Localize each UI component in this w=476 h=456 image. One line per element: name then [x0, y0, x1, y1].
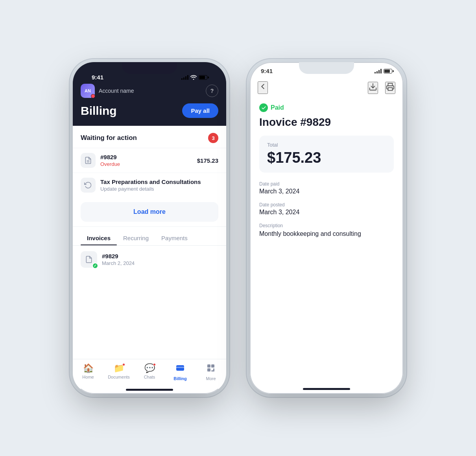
billing-content: Waiting for action 3 #9829 Overdue $175.…: [73, 126, 226, 359]
bottom-nav: 🏠 Home 📁 Documents 💬 Chats: [73, 359, 226, 389]
invoice-amount: $175.23: [197, 157, 218, 164]
pay-all-button[interactable]: Pay all: [182, 103, 218, 118]
nav-more-label: More: [206, 376, 216, 381]
svg-rect-8: [211, 370, 214, 371]
back-button[interactable]: [258, 81, 268, 94]
svg-rect-5: [211, 364, 214, 368]
header-actions: [368, 82, 395, 94]
download-button[interactable]: [368, 82, 378, 94]
status-time: 9:41: [92, 74, 103, 81]
description-value: Monthly bookkeeping and consulting: [259, 230, 394, 238]
signal-icon-2: [375, 69, 382, 74]
date-paid-value: March 3, 2024: [259, 188, 394, 195]
nav-documents[interactable]: 📁 Documents: [103, 363, 134, 381]
more-icon: [206, 363, 216, 375]
date-posted-label: Date posted: [259, 202, 394, 208]
date-paid-label: Date paid: [259, 181, 394, 187]
tab-invoices[interactable]: Invoices: [81, 230, 117, 245]
waiting-title: Waiting for action: [81, 134, 137, 142]
tax-info: Tax Preparations and Consultations Updat…: [100, 178, 218, 192]
billing-icon: [175, 363, 185, 375]
action-item-tax[interactable]: Tax Preparations and Consultations Updat…: [73, 173, 226, 197]
account-row: AN Account name ?: [81, 84, 218, 98]
home-icon: 🏠: [83, 363, 94, 373]
battery-icon-2: [384, 69, 392, 74]
description-row: Description Monthly bookkeeping and cons…: [259, 223, 394, 238]
signal-icon: [181, 75, 188, 80]
nav-billing-label: Billing: [173, 376, 187, 381]
documents-icon: 📁: [114, 363, 124, 373]
svg-rect-4: [207, 364, 210, 368]
status-icons-2: [375, 69, 392, 74]
nav-chats[interactable]: 💬 Chats: [134, 363, 165, 381]
invoice-number: Inovice #9829: [259, 116, 394, 129]
account-name: Account name: [99, 88, 134, 94]
avatar: AN: [81, 84, 95, 98]
svg-rect-3: [176, 367, 184, 368]
invoice-status: Overdue: [100, 161, 192, 167]
nav-chats-label: Chats: [144, 375, 155, 379]
billing-title-row: Billing Pay all: [81, 103, 218, 118]
paid-check-icon: ✓: [92, 263, 98, 269]
invoice-id: #9829: [100, 154, 192, 160]
tax-status: Update payment details: [100, 186, 218, 192]
document-icon: [81, 153, 96, 168]
phone-invoice-detail: 9:41: [250, 62, 403, 394]
tab-recurring[interactable]: Recurring: [117, 230, 155, 245]
chats-icon: 💬: [144, 363, 155, 373]
detail-nav-header: [250, 77, 403, 99]
date-posted-value: March 3, 2024: [259, 209, 394, 216]
help-button[interactable]: ?: [206, 85, 218, 97]
tax-title: Tax Preparations and Consultations: [100, 178, 218, 185]
divider: [73, 226, 226, 227]
date-posted-row: Date posted March 3, 2024: [259, 202, 394, 216]
action-item-invoice[interactable]: #9829 Overdue $175.23: [73, 148, 226, 173]
home-indicator-2: [303, 388, 350, 390]
paid-badge: Paid: [259, 103, 394, 112]
waiting-section-header: Waiting for action 3: [73, 126, 226, 148]
nav-more[interactable]: More: [196, 363, 226, 381]
paid-label: Paid: [271, 104, 284, 111]
invoice-list-id: #9829: [102, 253, 218, 259]
notch-2: [299, 62, 354, 74]
date-paid-row: Date paid March 3, 2024: [259, 181, 394, 195]
description-label: Description: [259, 223, 394, 228]
status-icons: [181, 75, 207, 80]
invoice-info: #9829 Overdue: [100, 154, 192, 167]
invoice-list-item[interactable]: ✓ #9829 March 2, 2024: [73, 246, 226, 273]
paid-circle-icon: [259, 103, 268, 112]
wifi-icon: [190, 75, 197, 80]
notch: [122, 62, 177, 74]
total-amount: $175.23: [267, 149, 386, 166]
battery-icon: [199, 75, 207, 80]
invoice-list-date: March 2, 2024: [102, 260, 218, 266]
nav-home-label: Home: [82, 375, 94, 379]
account-left: AN Account name: [81, 84, 134, 98]
home-indicator: [126, 389, 173, 391]
phone-billing: 9:41 AN Account name ?: [73, 62, 226, 394]
refresh-icon: [81, 178, 96, 193]
tabs-container: Invoices Recurring Payments: [73, 230, 226, 246]
invoice-list-info: #9829 March 2, 2024: [102, 253, 218, 266]
total-label: Total: [267, 142, 386, 148]
nav-documents-label: Documents: [108, 375, 130, 379]
status-time-2: 9:41: [261, 68, 273, 74]
svg-rect-10: [388, 87, 393, 90]
load-more-button[interactable]: Load more: [81, 202, 218, 222]
billing-title: Billing: [81, 104, 117, 118]
svg-rect-6: [207, 368, 210, 371]
print-button[interactable]: [385, 82, 395, 94]
nav-home[interactable]: 🏠 Home: [73, 363, 103, 381]
waiting-badge: 3: [208, 133, 218, 143]
invoice-doc-icon: ✓: [81, 251, 97, 268]
nav-billing[interactable]: Billing: [165, 363, 196, 381]
detail-content: Paid Inovice #9829 Total $175.23 Date pa…: [250, 99, 403, 249]
total-card: Total $175.23: [259, 136, 394, 173]
tab-payments[interactable]: Payments: [155, 230, 194, 245]
